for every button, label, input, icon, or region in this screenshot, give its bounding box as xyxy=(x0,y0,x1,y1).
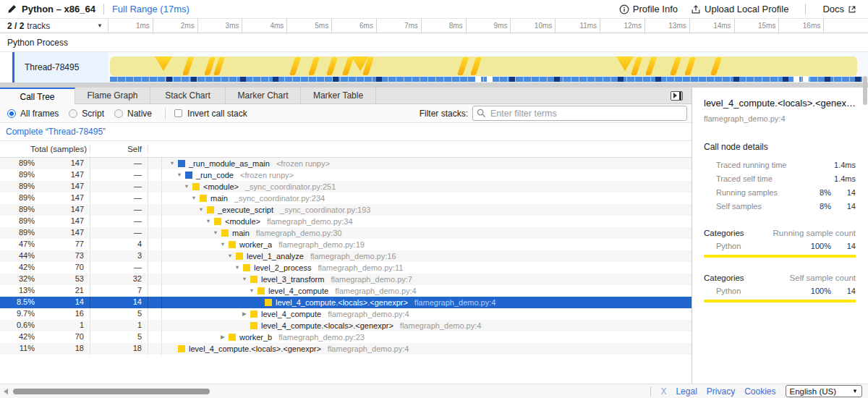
table-row[interactable]: 42%70 — ▼ level_2_process flamegraph_dem… xyxy=(0,262,692,274)
table-row[interactable]: 89%147 — ▼ main _sync_coordinator.py:234 xyxy=(0,192,692,204)
marker-slash-icon[interactable] xyxy=(631,57,642,75)
panel-tabbar: Call TreeFlame GraphStack ChartMarker Ch… xyxy=(0,88,692,104)
time-tick: 14ms xyxy=(690,19,735,33)
scroll-left-arrow-icon[interactable] xyxy=(4,389,8,394)
edit-pencil-icon[interactable] xyxy=(7,4,17,14)
marker-slash-icon[interactable] xyxy=(470,57,482,75)
table-row[interactable]: 44%73 3 ▼ level_1_analyze flamegraph_dem… xyxy=(0,250,692,262)
table-row[interactable]: 32%53 32 ▼ level_3_transform flamegraph_… xyxy=(0,274,692,285)
marker-slash-icon[interactable] xyxy=(213,57,225,75)
function-name: level_4_compute xyxy=(268,286,328,297)
table-row[interactable]: 89%147 — ▼ _run_module_as_main <frozen r… xyxy=(0,158,692,169)
process-track-row[interactable]: Python Process xyxy=(0,33,868,52)
expander-icon[interactable]: ▼ xyxy=(197,204,205,216)
marker-slash-icon[interactable] xyxy=(182,57,194,75)
row-spacer xyxy=(148,204,162,216)
expander-icon[interactable]: ▼ xyxy=(182,181,191,192)
marker-slash-icon[interactable] xyxy=(684,57,696,75)
marker-triangle-icon[interactable] xyxy=(155,56,172,71)
total-percent: 9.7% xyxy=(0,308,35,320)
horizontal-scrollbar-thumb[interactable] xyxy=(13,389,210,394)
radio-native[interactable]: Native xyxy=(114,109,152,119)
radio-all-frames[interactable]: All frames xyxy=(7,109,59,119)
table-row[interactable]: 13%21 7 ▼ level_4_compute flamegraph_dem… xyxy=(0,285,692,297)
footer-link-x[interactable]: X xyxy=(660,386,666,397)
table-row[interactable]: 11%18 18 level_4_compute.<locals>.<genex… xyxy=(0,343,692,355)
tracks-dropdown[interactable]: 2 / 2 tracks ▼ xyxy=(0,19,109,33)
self-samples: — xyxy=(90,169,148,181)
table-row[interactable]: 89%147 — ▼ _run_code <frozen runpy> xyxy=(0,169,692,181)
thread-label[interactable]: Thread-78495 xyxy=(14,52,109,82)
tab-stack-chart[interactable]: Stack Chart xyxy=(150,88,226,103)
expander-icon[interactable]: ▼ xyxy=(204,216,213,227)
complete-thread-link[interactable]: Complete “Thread-78495” xyxy=(6,127,106,137)
sample-segment-dark xyxy=(825,77,830,82)
expander-icon[interactable]: ▶ xyxy=(218,331,227,343)
source-location: flamegraph_demo.py:4 xyxy=(328,344,409,355)
vertical-scrollbar-thumb[interactable] xyxy=(863,76,867,105)
table-row[interactable]: 47%77 4 ▼ worker_a flamegraph_demo.py:19 xyxy=(0,239,692,250)
time-tick: 12ms xyxy=(600,19,645,33)
tab-marker-table[interactable]: Marker Table xyxy=(301,88,376,103)
table-row[interactable]: 89%147 — ▼ _execute_script _sync_coordin… xyxy=(0,204,692,216)
table-row[interactable]: 89%147 — ▼ <module> flamegraph_demo.py:3… xyxy=(0,216,692,227)
marker-slash-icon[interactable] xyxy=(326,57,338,75)
detail-row: Self samples8%14 xyxy=(704,199,856,213)
marker-slash-icon[interactable] xyxy=(308,57,320,75)
sample-strip[interactable] xyxy=(110,77,862,82)
expander-icon[interactable]: ▼ xyxy=(190,192,198,204)
sidebar-toggle-button[interactable] xyxy=(671,91,683,101)
tab-marker-chart[interactable]: Marker Chart xyxy=(226,88,301,103)
docs-button[interactable]: Docs xyxy=(818,2,861,16)
timeline-ruler[interactable]: 2 / 2 tracks ▼ 1ms2ms3ms4ms5ms6ms7ms8ms9… xyxy=(0,19,868,33)
category-row: Python100%14 xyxy=(704,282,856,297)
table-row[interactable]: 9.7%16 5 ▶ level_4_compute flamegraph_de… xyxy=(0,308,692,320)
profile-info-button[interactable]: Profile Info xyxy=(615,2,682,16)
marker-slash-icon[interactable] xyxy=(289,57,301,75)
total-percent: 89% xyxy=(0,227,35,239)
footer-link-legal[interactable]: Legal xyxy=(676,386,697,397)
expander-icon[interactable]: ▼ xyxy=(175,169,184,181)
table-row[interactable]: 8.5%14 14 level_4_compute.<locals>.<gene… xyxy=(0,297,692,308)
expander-icon[interactable]: ▼ xyxy=(247,285,256,297)
table-row[interactable]: 42%70 5 ▶ worker_b flamegraph_demo.py:23 xyxy=(0,331,692,343)
expander-icon[interactable]: ▼ xyxy=(218,239,227,250)
column-self-header[interactable]: Self xyxy=(90,145,148,153)
expander-icon[interactable]: ▼ xyxy=(226,250,234,262)
thread-track-row[interactable]: Thread-78495 xyxy=(0,52,868,82)
marker-slash-icon[interactable] xyxy=(457,57,469,75)
function-name: worker_a xyxy=(239,240,272,250)
expander-icon[interactable]: ▼ xyxy=(240,274,249,285)
expander-icon[interactable]: ▼ xyxy=(233,262,242,274)
expander-icon[interactable]: ▼ xyxy=(168,158,176,169)
column-total-header[interactable]: Total (samples) xyxy=(0,145,90,153)
source-location: <frozen runpy> xyxy=(276,158,330,169)
marker-slash-icon[interactable] xyxy=(670,57,681,75)
thread-track-canvas[interactable] xyxy=(109,52,868,82)
total-samples: 147 xyxy=(35,216,90,227)
marker-slash-icon[interactable] xyxy=(342,57,354,75)
marker-slash-icon[interactable] xyxy=(645,57,657,75)
radio-script[interactable]: Script xyxy=(69,109,104,119)
full-range-link[interactable]: Full Range (17ms) xyxy=(112,4,190,14)
marker-slash-icon[interactable] xyxy=(710,57,722,75)
activity-graph[interactable] xyxy=(110,56,857,76)
tab-call-tree[interactable]: Call Tree xyxy=(0,88,75,104)
footer-link-cookies[interactable]: Cookies xyxy=(744,386,775,397)
language-select[interactable]: English (US) ▼ xyxy=(786,385,862,397)
invert-call-stack-checkbox[interactable]: Invert call stack xyxy=(174,109,247,119)
table-row[interactable]: 89%147 — ▼ main flamegraph_demo.py:30 xyxy=(0,227,692,239)
tab-flame-graph[interactable]: Flame Graph xyxy=(75,88,150,103)
table-row[interactable]: 89%147 — ▼ <module> _sync_coordinator.py… xyxy=(0,181,692,192)
process-label: Python Process xyxy=(7,38,68,48)
filter-stacks-input[interactable] xyxy=(472,106,687,121)
upload-profile-button[interactable]: Upload Local Profile xyxy=(686,2,793,16)
table-row[interactable]: 0.6%1 1 level_4_compute.<locals>.<genexp… xyxy=(0,320,692,331)
expander-icon[interactable]: ▼ xyxy=(211,227,220,239)
function-name: _run_module_as_main xyxy=(189,158,270,169)
footer-link-privacy[interactable]: Privacy xyxy=(707,386,735,397)
sample-segment-dark xyxy=(655,77,661,82)
expander-icon[interactable]: ▶ xyxy=(240,308,249,320)
marker-triangle-icon[interactable] xyxy=(616,56,634,71)
source-location: flamegraph_demo.py:4 xyxy=(335,286,417,297)
